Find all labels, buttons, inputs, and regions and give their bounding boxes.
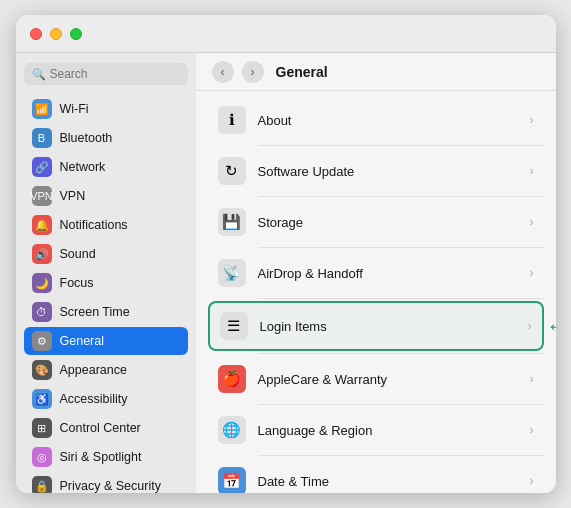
list-item-airdrop[interactable]: 📡AirDrop & Handoff› [208,250,544,296]
loginitems-icon: ☰ [220,312,248,340]
item-label-softwareupdate: Software Update [258,164,518,179]
separator [258,404,544,405]
search-box[interactable]: 🔍 [24,63,188,85]
sidebar-item-wifi[interactable]: 📶Wi-Fi [24,95,188,123]
settings-window: 🔍 📶Wi-FiBBluetooth🔗NetworkVPNVPN🔔Notific… [16,15,556,493]
language-icon: 🌐 [218,416,246,444]
chevron-icon-loginitems: › [528,319,532,333]
close-button[interactable] [30,28,42,40]
list-item-about[interactable]: ℹAbout› [208,97,544,143]
applecare-icon: 🍎 [218,365,246,393]
content-area: 🔍 📶Wi-FiBBluetooth🔗NetworkVPNVPN🔔Notific… [16,53,556,493]
sidebar-label-notifications: Notifications [60,218,128,232]
sidebar-item-general[interactable]: ⚙General [24,327,188,355]
arrow-annotation: ← [546,312,556,340]
main-items: ℹAbout›↻Software Update›💾Storage›📡AirDro… [208,97,544,493]
sidebar-item-siri[interactable]: ◎Siri & Spotlight [24,443,188,471]
main-header: ‹ › General [196,53,556,91]
sidebar-label-wifi: Wi-Fi [60,102,89,116]
item-label-storage: Storage [258,215,518,230]
notifications-icon: 🔔 [32,215,52,235]
item-label-datetime: Date & Time [258,474,518,489]
item-label-about: About [258,113,518,128]
search-input[interactable] [50,67,180,81]
appearance-icon: 🎨 [32,360,52,380]
sidebar-item-privacy[interactable]: 🔒Privacy & Security [24,472,188,493]
sidebar-label-sound: Sound [60,247,96,261]
sidebar-label-appearance: Appearance [60,363,127,377]
back-button[interactable]: ‹ [212,61,234,83]
separator [258,145,544,146]
list-item-softwareupdate[interactable]: ↻Software Update› [208,148,544,194]
list-item-datetime[interactable]: 📅Date & Time› [208,458,544,493]
separator [258,247,544,248]
focus-icon: 🌙 [32,273,52,293]
sidebar-item-vpn[interactable]: VPNVPN [24,182,188,210]
list-item-applecare[interactable]: 🍎AppleCare & Warranty› [208,356,544,402]
wifi-icon: 📶 [32,99,52,119]
sidebar-label-privacy: Privacy & Security [60,479,161,493]
sidebar-label-accessibility: Accessibility [60,392,128,406]
sound-icon: 🔊 [32,244,52,264]
back-icon: ‹ [221,65,225,79]
sidebar-item-notifications[interactable]: 🔔Notifications [24,211,188,239]
sidebar-item-focus[interactable]: 🌙Focus [24,269,188,297]
network-icon: 🔗 [32,157,52,177]
main-panel: ‹ › General ℹAbout›↻Software Update›💾Sto… [196,53,556,493]
sidebar-label-general: General [60,334,104,348]
list-item-loginitems[interactable]: ☰Login Items›← [208,301,544,351]
separator [258,196,544,197]
storage-icon: 💾 [218,208,246,236]
maximize-button[interactable] [70,28,82,40]
list-item-language[interactable]: 🌐Language & Region› [208,407,544,453]
accessibility-icon: ♿ [32,389,52,409]
datetime-icon: 📅 [218,467,246,493]
sidebar-label-bluetooth: Bluetooth [60,131,113,145]
sidebar-item-network[interactable]: 🔗Network [24,153,188,181]
sidebar-label-focus: Focus [60,276,94,290]
list-item-storage[interactable]: 💾Storage› [208,199,544,245]
item-label-language: Language & Region [258,423,518,438]
chevron-icon-airdrop: › [530,266,534,280]
sidebar-item-bluetooth[interactable]: BBluetooth [24,124,188,152]
sidebar: 🔍 📶Wi-FiBBluetooth🔗NetworkVPNVPN🔔Notific… [16,53,196,493]
vpn-icon: VPN [32,186,52,206]
sidebar-label-controlcenter: Control Center [60,421,141,435]
sidebar-item-controlcenter[interactable]: ⊞Control Center [24,414,188,442]
items-list: ℹAbout›↻Software Update›💾Storage›📡AirDro… [196,91,556,493]
siri-icon: ◎ [32,447,52,467]
airdrop-icon: 📡 [218,259,246,287]
titlebar [16,15,556,53]
general-icon: ⚙ [32,331,52,351]
sidebar-label-network: Network [60,160,106,174]
separator [258,353,544,354]
sidebar-items: 📶Wi-FiBBluetooth🔗NetworkVPNVPN🔔Notificat… [24,95,188,493]
page-title: General [276,64,328,80]
bluetooth-icon: B [32,128,52,148]
sidebar-label-screentime: Screen Time [60,305,130,319]
screentime-icon: ⏱ [32,302,52,322]
sidebar-item-sound[interactable]: 🔊Sound [24,240,188,268]
chevron-icon-storage: › [530,215,534,229]
forward-icon: › [251,65,255,79]
item-label-airdrop: AirDrop & Handoff [258,266,518,281]
chevron-icon-softwareupdate: › [530,164,534,178]
minimize-button[interactable] [50,28,62,40]
privacy-icon: 🔒 [32,476,52,493]
chevron-icon-about: › [530,113,534,127]
sidebar-label-siri: Siri & Spotlight [60,450,142,464]
softwareupdate-icon: ↻ [218,157,246,185]
separator [258,298,544,299]
forward-button[interactable]: › [242,61,264,83]
separator [258,455,544,456]
item-label-loginitems: Login Items [260,319,516,334]
sidebar-item-appearance[interactable]: 🎨Appearance [24,356,188,384]
sidebar-item-screentime[interactable]: ⏱Screen Time [24,298,188,326]
chevron-icon-datetime: › [530,474,534,488]
chevron-icon-language: › [530,423,534,437]
chevron-icon-applecare: › [530,372,534,386]
sidebar-label-vpn: VPN [60,189,86,203]
sidebar-item-accessibility[interactable]: ♿Accessibility [24,385,188,413]
about-icon: ℹ [218,106,246,134]
item-label-applecare: AppleCare & Warranty [258,372,518,387]
